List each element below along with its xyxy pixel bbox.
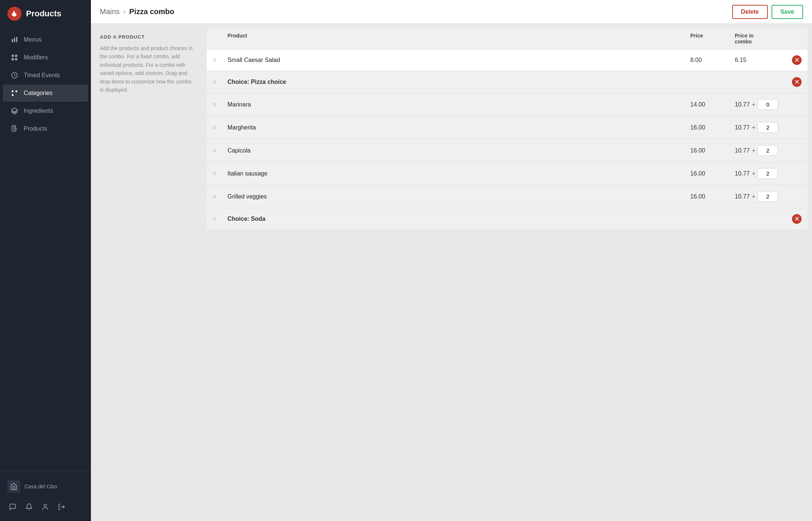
sidebar-item-modifiers[interactable]: Modifiers — [3, 49, 88, 66]
col-price-combo: Price incombo — [735, 33, 779, 45]
plus-sign: + — [752, 193, 755, 200]
sidebar-title: Products — [26, 9, 61, 19]
choice-header-row: ≡ Choice: Soda ✕ — [207, 208, 808, 230]
product-name: Marinara — [227, 101, 690, 108]
chat-icon[interactable] — [6, 500, 19, 514]
categories-icon — [10, 89, 19, 97]
qty-input[interactable] — [757, 168, 778, 179]
combo-input-row: 10.77 + — [735, 99, 779, 110]
remove-button[interactable]: ✕ — [792, 214, 802, 224]
sidebar-label-timed-events: Timed Events — [24, 72, 60, 79]
svg-rect-5 — [12, 58, 14, 60]
store-icon — [7, 480, 20, 493]
table-row: ≡ Italian sausage 16.00 10.77 + — [207, 162, 808, 185]
sidebar-label-menus: Menus — [24, 36, 42, 43]
price-in-combo: 10.77 — [735, 193, 750, 200]
combo-input-row: 10.77 + — [735, 122, 779, 133]
drag-handle-icon[interactable]: ≡ — [213, 170, 227, 177]
combo-input-row: 10.77 + — [735, 168, 779, 179]
drag-handle-icon[interactable]: ≡ — [213, 147, 227, 154]
header: Mains › Pizza combo Delete Save — [91, 0, 812, 24]
sidebar: Products Menus Modifiers Timed Events — [0, 0, 91, 521]
product-price: 16.00 — [690, 193, 735, 200]
sidebar-label-products: Products — [24, 125, 47, 132]
plus-sign: + — [752, 124, 755, 131]
product-name: Grilled veggies — [227, 193, 690, 200]
col-remove — [779, 33, 802, 45]
save-button[interactable]: Save — [772, 5, 803, 19]
sidebar-label-ingredients: Ingredients — [24, 108, 53, 114]
sidebar-item-products[interactable]: Products — [3, 120, 88, 137]
plus-sign: + — [752, 147, 755, 154]
svg-rect-2 — [16, 37, 17, 42]
product-price: 16.00 — [690, 147, 735, 154]
content-area: ADD A PRODUCT Add the products and produ… — [91, 24, 812, 521]
sidebar-nav: Menus Modifiers Timed Events Categories — [0, 27, 91, 471]
svg-rect-4 — [15, 55, 17, 57]
drag-handle-icon[interactable]: ≡ — [213, 57, 227, 63]
drag-handle-icon[interactable]: ≡ — [213, 79, 227, 85]
sidebar-item-menus[interactable]: Menus — [3, 31, 88, 48]
combo-input-row: 10.77 + — [735, 191, 779, 202]
qty-input[interactable] — [757, 145, 778, 156]
breadcrumb-current: Pizza combo — [129, 7, 174, 16]
table-row: ≡ Margherita 16.00 10.77 + — [207, 116, 808, 139]
svg-rect-3 — [12, 55, 14, 57]
svg-rect-13 — [15, 128, 17, 130]
left-panel: ADD A PRODUCT Add the products and produ… — [91, 24, 202, 521]
qty-input[interactable] — [757, 122, 778, 133]
sidebar-item-categories[interactable]: Categories — [3, 85, 88, 102]
col-product: Product — [227, 33, 690, 45]
price-in-combo: 10.77 — [735, 147, 750, 154]
price-in-combo: 10.77 — [735, 124, 750, 131]
price-in-combo: 6.15 — [735, 57, 779, 63]
drag-handle-icon[interactable]: ≡ — [213, 193, 227, 200]
drag-handle-icon[interactable]: ≡ — [213, 101, 227, 108]
drag-handle-icon[interactable]: ≡ — [213, 124, 227, 131]
breadcrumb-parent[interactable]: Mains — [100, 7, 119, 16]
table-row: ≡ Capicola 16.00 10.77 + — [207, 139, 808, 162]
user-icon[interactable] — [39, 500, 52, 514]
col-price: Price — [690, 33, 735, 45]
drag-handle-icon[interactable]: ≡ — [213, 216, 227, 222]
header-actions: Delete Save — [732, 5, 803, 19]
file-icon — [10, 125, 19, 133]
app-logo — [7, 7, 22, 21]
remove-button[interactable]: ✕ — [792, 55, 802, 65]
table-row: ≡ Grilled veggies 16.00 10.77 + — [207, 185, 808, 208]
sidebar-item-timed-events[interactable]: Timed Events — [3, 67, 88, 84]
svg-rect-1 — [14, 38, 15, 42]
choice-label: Choice: Pizza choice — [227, 79, 779, 85]
grid-icon — [10, 53, 19, 62]
product-price: 16.00 — [690, 170, 735, 177]
breadcrumb: Mains › Pizza combo — [100, 7, 174, 16]
logout-icon[interactable] — [55, 500, 68, 514]
sidebar-bottom: Casa del Cibo — [0, 471, 91, 521]
remove-button[interactable]: ✕ — [792, 77, 802, 87]
product-name: Small Caesar Salad — [227, 57, 690, 63]
sidebar-item-ingredients[interactable]: Ingredients — [3, 102, 88, 119]
clock-icon — [10, 71, 19, 79]
footer-icons — [0, 497, 91, 517]
section-title: ADD A PRODUCT — [100, 34, 193, 40]
table-row: ≡ Marinara 14.00 10.77 + — [207, 93, 808, 116]
section-description: Add the products and product choices in … — [100, 44, 193, 94]
qty-input[interactable] — [757, 191, 778, 202]
product-name: Margherita — [227, 124, 690, 131]
combo-input-row: 10.77 + — [735, 145, 779, 156]
product-price: 16.00 — [690, 124, 735, 131]
table-header-row: Product Price Price incombo — [207, 28, 808, 49]
store-name: Casa del Cibo — [24, 484, 57, 489]
bell-icon[interactable] — [22, 500, 36, 514]
product-name: Italian sausage — [227, 170, 690, 177]
bar-chart-icon — [10, 36, 19, 44]
sidebar-label-modifiers: Modifiers — [24, 54, 48, 61]
sidebar-label-categories: Categories — [24, 90, 52, 96]
qty-input[interactable] — [757, 99, 778, 110]
plus-sign: + — [752, 170, 755, 177]
product-price: 14.00 — [690, 101, 735, 108]
svg-rect-6 — [15, 58, 17, 60]
svg-point-8 — [12, 91, 14, 92]
delete-button[interactable]: Delete — [732, 5, 768, 19]
product-table: Product Price Price incombo ≡ Small Caes… — [207, 28, 808, 230]
